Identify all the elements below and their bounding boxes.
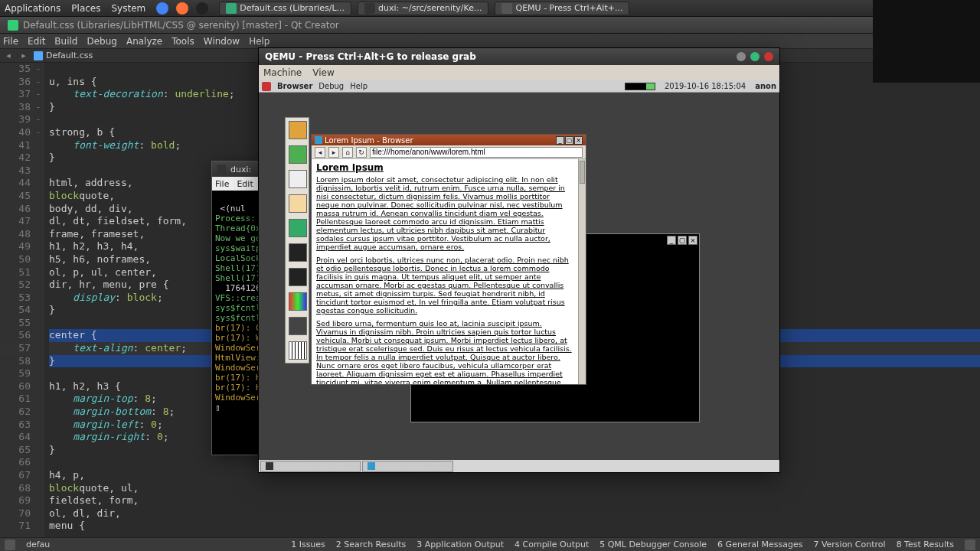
qemu-title-text: QEMU - Press Ctrl+Alt+G to release grab (265, 51, 476, 62)
browser-url-input[interactable] (370, 147, 583, 158)
launcher-snake-icon[interactable] (289, 219, 307, 237)
browser-back-icon[interactable]: ◂ (315, 147, 325, 158)
serenity-desktop[interactable]: _ ▢ × L (259, 93, 779, 460)
qemu-maximize-icon[interactable] (750, 52, 760, 61)
menu-file[interactable]: File (3, 36, 18, 47)
serenity-guest: Browser Debug Help 2019-10-16 18:15:04 a… (259, 80, 779, 472)
launcher-settings-icon[interactable] (289, 268, 307, 286)
qemu-menubar: Machine View (259, 65, 779, 80)
serenity-clock: 2019-10-16 18:15:04 (665, 82, 746, 90)
terminal-app-icon (217, 165, 226, 174)
status-search[interactable]: 2 Search Results (336, 540, 407, 549)
qtcreator-title-text: Default.css (Libraries/LibHTML/CSS @ ser… (23, 20, 339, 31)
term-menu-edit[interactable]: Edit (237, 179, 253, 189)
qemu-titlebar[interactable]: QEMU - Press Ctrl+Alt+G to release grab (259, 48, 779, 65)
menu-analyze[interactable]: Analyze (126, 36, 162, 47)
chrome-icon[interactable] (156, 2, 168, 15)
menu-window[interactable]: Window (204, 36, 240, 47)
browser-reload-icon[interactable]: ↻ (356, 147, 367, 158)
menu-applications[interactable]: Applications (5, 3, 60, 14)
launcher-screenshot-icon[interactable] (289, 317, 307, 335)
status-tests[interactable]: 8 Test Results (897, 540, 954, 549)
qemu-close-icon[interactable] (764, 52, 773, 61)
win-min-icon[interactable]: _ (667, 236, 676, 245)
qtcreator-app-icon (8, 20, 18, 31)
browser-fwd-icon[interactable]: ▸ (328, 147, 339, 158)
browser-toolbar: ◂ ▸ ⌂ ↻ (312, 145, 586, 159)
launcher-face-icon[interactable] (289, 194, 307, 213)
serenity-menu-debug[interactable]: Debug (318, 82, 344, 90)
status-issues[interactable]: 1 Issues (291, 540, 325, 549)
win-close-icon[interactable]: × (688, 236, 697, 245)
serenity-app-name: Browser (277, 82, 312, 90)
browser-scrollbar[interactable] (578, 159, 586, 384)
status-appout[interactable]: 3 Application Output (416, 540, 504, 549)
term-menu-file[interactable]: File (215, 179, 229, 189)
launcher-grid-icon[interactable] (289, 145, 307, 164)
status-vcs[interactable]: 7 Version Control (813, 540, 885, 549)
taskbar-item-terminal[interactable]: duxi: ~/src/serenity/Ke... (358, 2, 488, 15)
serenity-task-browser[interactable]: Lorem Ipsum - B... (362, 461, 452, 472)
nav-fwd-icon[interactable]: ▸ (18, 51, 29, 60)
browser-app-icon (315, 136, 322, 144)
qemu-minimize-icon[interactable] (737, 52, 746, 61)
menu-tools[interactable]: Tools (172, 36, 194, 47)
status-left: defau (26, 540, 50, 549)
terminal-icon[interactable] (196, 2, 208, 15)
mode-icon[interactable] (5, 540, 15, 550)
gnome-top-panel: Applications Places System Default.css (… (0, 0, 980, 17)
status-general[interactable]: 6 General Messages (717, 540, 802, 549)
launcher-filemanager-icon[interactable] (289, 121, 307, 139)
qtcreator-menubar: File Edit Build Debug Analyze Tools Wind… (0, 34, 980, 49)
menu-debug[interactable]: Debug (87, 36, 116, 47)
webcam-overlay (873, 0, 980, 83)
menu-help[interactable]: Help (249, 36, 270, 47)
launcher-terminal-icon[interactable] (289, 243, 307, 262)
qtcreator-statusbar: defau 1 Issues 2 Search Results 3 Applic… (0, 537, 980, 551)
taskbar-item-qemu[interactable]: QEMU - Press Ctrl+Alt+... (495, 2, 629, 15)
browser-title-text: Lorem Ipsum - Browser (325, 136, 413, 145)
qemu-menu-machine[interactable]: Machine (263, 67, 302, 78)
browser-max-icon[interactable]: ▢ (565, 136, 573, 145)
browser-titlebar[interactable]: Lorem Ipsum - Browser _ ▢ × (312, 135, 586, 145)
page-para-1: Lorem ipsum dolor sit amet, consectetur … (316, 175, 565, 251)
qtcreator-titlebar: Default.css (Libraries/LibHTML/CSS @ ser… (0, 17, 980, 34)
menu-build[interactable]: Build (54, 36, 77, 47)
serenity-menubar: Browser Debug Help 2019-10-16 18:15:04 a… (259, 80, 779, 93)
launcher-piano-icon[interactable] (289, 341, 307, 360)
status-qml[interactable]: 5 QML Debugger Console (599, 540, 707, 549)
terminal-title-text: duxi: (230, 165, 251, 174)
serenity-taskbar: anon@courage:/ho... Lorem Ipsum - B... (259, 460, 779, 472)
open-document-tab[interactable]: Default.css (34, 51, 93, 60)
browser-min-icon[interactable]: _ (556, 136, 564, 145)
firefox-icon[interactable] (176, 2, 188, 15)
serenity-menu-help[interactable]: Help (350, 82, 368, 90)
browser-home-icon[interactable]: ⌂ (342, 147, 353, 158)
page-para-2: Proin vel orci lobortis, ultrices nunc n… (316, 256, 569, 315)
qemu-menu-view[interactable]: View (312, 67, 334, 78)
serenity-browser-window[interactable]: Lorem Ipsum - Browser _ ▢ × ◂ ▸ ⌂ ↻ Lore… (311, 134, 586, 385)
audio-meter-icon (625, 83, 655, 90)
ladybird-icon[interactable] (262, 82, 271, 91)
nav-back-icon[interactable]: ◂ (3, 51, 14, 60)
browser-viewport[interactable]: Lorem Ipsum Lorem ipsum dolor sit amet, … (312, 159, 578, 384)
serenity-user: anon (755, 82, 776, 90)
open-document-name: Default.css (46, 51, 93, 60)
serenity-launcher (285, 117, 309, 364)
win-max-icon[interactable]: ▢ (678, 236, 687, 245)
page-para-3: Sed libero urna, fermentum quis leo at, … (316, 319, 572, 384)
css-file-icon (34, 51, 43, 60)
status-compile[interactable]: 4 Compile Output (514, 540, 589, 549)
launcher-texteditor-icon[interactable] (289, 170, 307, 188)
menu-system[interactable]: System (111, 3, 145, 14)
taskbar-item-qtcreator[interactable]: Default.css (Libraries/L... (219, 2, 351, 15)
page-heading: Lorem Ipsum (316, 164, 573, 172)
menu-places[interactable]: Places (71, 3, 100, 14)
browser-close-icon[interactable]: × (574, 136, 583, 145)
launcher-paint-icon[interactable] (289, 292, 307, 311)
serenity-task-terminal[interactable]: anon@courage:/ho... (260, 461, 361, 472)
status-close-icon[interactable] (965, 540, 975, 550)
menu-edit[interactable]: Edit (28, 36, 45, 47)
qemu-window[interactable]: QEMU - Press Ctrl+Alt+G to release grab … (258, 47, 780, 473)
